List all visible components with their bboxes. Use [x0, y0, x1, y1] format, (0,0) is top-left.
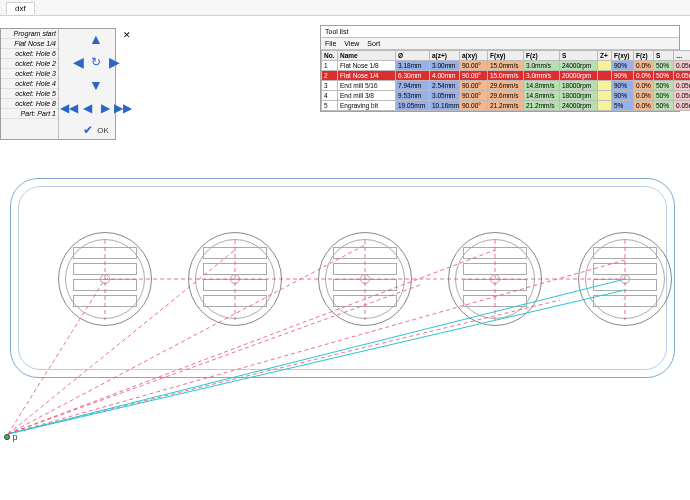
list-item[interactable]: ocket: Hole 5 — [1, 89, 58, 99]
ok-check-icon: ✔ — [83, 123, 93, 137]
arrow-left-icon[interactable]: ◀ — [70, 54, 86, 70]
step-first-icon[interactable]: ◀◀ — [61, 100, 77, 116]
program-panel: Program start Flat Nose 1/4 ocket: Hole … — [0, 28, 116, 140]
close-icon[interactable]: ✕ — [123, 30, 131, 40]
nav-pad: ✕ ▲ ◀ ↻ ▶ ▼ ◀◀ ◀ ▶ ▶▶ ✔ OK — [59, 29, 133, 139]
hole-circle[interactable] — [578, 232, 672, 326]
step-next-icon[interactable]: ▶ — [97, 100, 113, 116]
arrow-right-icon[interactable]: ▶ — [106, 54, 122, 70]
tab-strip: dxf — [0, 0, 690, 16]
tool-grid: No.Name Øa(z+) a(xy)F(xy) F(z)S Z+F(xy) … — [321, 50, 690, 111]
arrow-up-icon[interactable]: ▲ — [88, 31, 104, 47]
ok-button[interactable]: OK — [97, 126, 109, 135]
list-item[interactable]: ocket: Hole 8 — [1, 99, 58, 109]
tool-row[interactable]: 4End mill 3/89.53mm3.05mm90.00°29.6mm/s1… — [322, 91, 691, 101]
step-prev-icon[interactable]: ◀ — [79, 100, 95, 116]
tool-list-menu: File View Sort — [321, 38, 679, 50]
list-item[interactable]: ocket: Hole 2 — [1, 59, 58, 69]
arrow-down-icon[interactable]: ▼ — [88, 77, 104, 93]
list-item[interactable]: ocket: Hole 4 — [1, 79, 58, 89]
menu-sort[interactable]: Sort — [367, 40, 380, 47]
hole-circle[interactable] — [188, 232, 282, 326]
hole-circle[interactable] — [318, 232, 412, 326]
tool-list-title: Tool list — [321, 26, 679, 38]
tool-grid-header: No.Name Øa(z+) a(xy)F(xy) F(z)S Z+F(xy) … — [322, 51, 691, 61]
menu-view[interactable]: View — [344, 40, 359, 47]
list-item[interactable]: Flat Nose 1/4 — [1, 39, 58, 49]
origin-label: p — [13, 432, 18, 442]
document-tab[interactable]: dxf — [6, 2, 35, 14]
tool-row[interactable]: 3End mill 5/167.94mm2.54mm90.00°29.6mm/s… — [322, 81, 691, 91]
origin-marker: p — [4, 432, 18, 442]
step-last-icon[interactable]: ▶▶ — [115, 100, 131, 116]
list-item[interactable]: ocket: Hole 3 — [1, 69, 58, 79]
rotate-ccw-icon[interactable]: ↻ — [88, 54, 104, 70]
hole-circle[interactable] — [448, 232, 542, 326]
tool-list-panel: Tool list File View Sort No.Name Øa(z+) … — [320, 25, 680, 112]
tool-row[interactable]: 2Flat Nose 1/46.30mm4.00mm90.00°15.0mm/s… — [322, 71, 691, 81]
program-list: Program start Flat Nose 1/4 ocket: Hole … — [1, 29, 59, 139]
list-item[interactable]: Program start — [1, 29, 58, 39]
list-item[interactable]: ocket: Hole 6 — [1, 49, 58, 59]
menu-file[interactable]: File — [325, 40, 336, 47]
list-item[interactable]: Part: Part 1 — [1, 109, 58, 119]
origin-dot-icon — [4, 434, 10, 440]
tool-row[interactable]: 1Flat Nose 1/83.18mm3.00mm90.00°15.0mm/s… — [322, 61, 691, 71]
cam-canvas[interactable]: p — [0, 150, 690, 500]
hole-circle[interactable] — [58, 232, 152, 326]
tool-row[interactable]: 5Engraving bit19.05mm10.16mm90.00°21.2mm… — [322, 101, 691, 111]
